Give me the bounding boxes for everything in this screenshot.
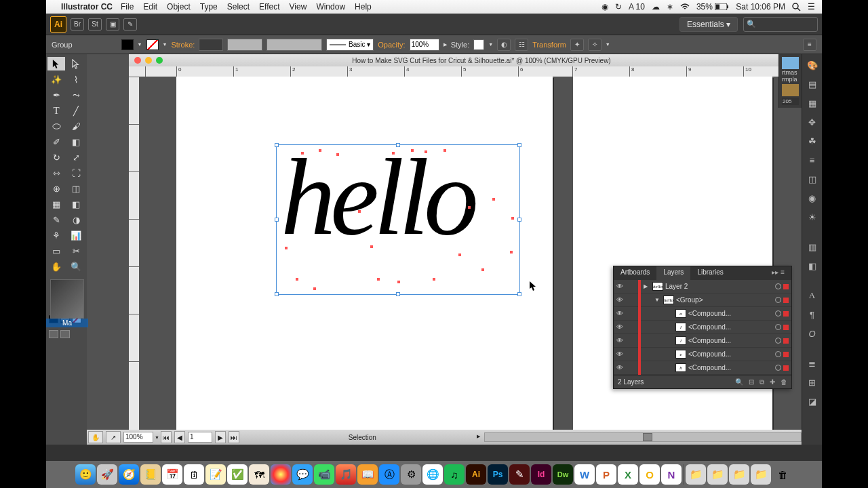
dock-outlook-icon[interactable]: O xyxy=(639,464,660,485)
menu-view[interactable]: View xyxy=(290,2,307,12)
dock-acrobat-icon[interactable]: ✎ xyxy=(509,464,530,485)
visibility-toggle-icon[interactable]: 👁 xyxy=(614,321,626,334)
last-artboard-icon[interactable]: ⏭ xyxy=(229,431,239,443)
align-pixel-icon[interactable]: ✧ xyxy=(588,39,601,51)
dock-indesign-icon[interactable]: Id xyxy=(531,464,551,485)
tab-layers[interactable]: Layers xyxy=(656,266,690,280)
tab-libraries[interactable]: Libraries xyxy=(690,266,730,280)
horizontal-scrollbar[interactable] xyxy=(484,432,802,442)
search-input[interactable]: 🔍 xyxy=(743,17,818,32)
brushes-panel-icon[interactable]: ▦ xyxy=(805,96,820,110)
artboard-tool[interactable]: ▭ xyxy=(47,244,65,258)
paintbrush-tool[interactable]: 🖌 xyxy=(67,119,85,133)
visibility-toggle-icon[interactable]: 👁 xyxy=(614,361,626,375)
layer-row[interactable]: 👁 ▶ hello Layer 2 xyxy=(614,280,791,293)
dock-excel-icon[interactable]: X xyxy=(618,464,638,485)
dock-safari-icon[interactable]: 🧭 xyxy=(119,464,139,485)
dock-finder-icon[interactable]: 🙂 xyxy=(75,464,96,485)
paragraph-panel-icon[interactable]: ¶ xyxy=(805,308,820,321)
menu-edit[interactable]: Edit xyxy=(143,2,157,12)
align-panel-icon[interactable]: ≣ xyxy=(805,357,820,370)
visibility-toggle-icon[interactable]: 👁 xyxy=(614,280,626,293)
visibility-toggle-icon[interactable]: 👁 xyxy=(614,293,626,307)
character-panel-icon[interactable]: A xyxy=(805,289,820,302)
transform-panel-icon[interactable]: ⊞ xyxy=(805,375,820,389)
proxy-icon[interactable]: ↗ xyxy=(106,431,121,443)
dock-launchpad-icon[interactable]: 🚀 xyxy=(97,464,117,485)
panel-menu-icon[interactable]: ≡ xyxy=(803,39,816,51)
selection-indicator-icon[interactable] xyxy=(783,284,789,289)
next-artboard-icon[interactable]: ▶ xyxy=(215,431,226,443)
opentype-panel-icon[interactable]: O xyxy=(805,327,820,340)
eraser-tool[interactable]: ◧ xyxy=(67,135,85,148)
color-panel-icon[interactable]: 🎨 xyxy=(805,58,820,72)
resize-handle-se[interactable] xyxy=(517,292,521,296)
vertical-ruler[interactable] xyxy=(129,77,139,445)
app-menu[interactable]: Illustrator CC xyxy=(61,2,113,12)
dock-spotify-icon[interactable]: ♫ xyxy=(444,464,465,485)
dock-contacts-icon[interactable]: 📒 xyxy=(140,464,161,485)
stroke-swatch[interactable] xyxy=(146,39,159,50)
direct-selection-tool[interactable] xyxy=(67,57,85,70)
panel-collapse-icon[interactable]: ▸▸ ≡ xyxy=(765,266,791,280)
scrollbar-thumb[interactable] xyxy=(643,433,652,441)
pencil-tool[interactable]: ✐ xyxy=(47,135,65,148)
desktop-icon[interactable]: Ma xyxy=(46,279,88,327)
create-sublayer-icon[interactable]: ⧉ xyxy=(760,378,764,386)
layer-row[interactable]: 👁 ▼ hello <Group> xyxy=(614,293,791,307)
draw-mode-icon[interactable] xyxy=(60,330,70,338)
stroke-dropdown-icon[interactable]: ▼ xyxy=(163,42,167,47)
dock-ibooks-icon[interactable]: 📖 xyxy=(357,464,378,485)
slice-tool[interactable]: ✂ xyxy=(67,244,85,258)
hand-tool[interactable]: ✋ xyxy=(47,260,65,273)
zoom-tool[interactable]: 🔍 xyxy=(67,260,85,273)
visibility-toggle-icon[interactable]: 👁 xyxy=(614,348,626,361)
style-swatch[interactable] xyxy=(473,39,484,50)
target-icon[interactable] xyxy=(775,365,781,371)
menu-select[interactable]: Select xyxy=(227,2,250,12)
target-icon[interactable] xyxy=(775,297,781,303)
resize-handle-e[interactable] xyxy=(517,218,521,222)
dock-trash-icon[interactable]: 🗑 xyxy=(772,464,793,485)
menu-help[interactable]: Help xyxy=(355,2,372,12)
dock-word-icon[interactable]: W xyxy=(574,464,595,485)
target-icon[interactable] xyxy=(775,283,781,289)
pen-tool[interactable]: ✒ xyxy=(47,88,65,102)
dock-facetime-icon[interactable]: 📹 xyxy=(314,464,334,485)
layer-row[interactable]: 👁 o <Compound... xyxy=(614,307,791,321)
screen-mode-icon[interactable] xyxy=(49,330,58,338)
window-zoom-icon[interactable] xyxy=(156,57,163,64)
symbols-panel-icon[interactable]: ✥ xyxy=(805,115,820,129)
rotate-tool[interactable]: ↻ xyxy=(47,150,65,164)
layer-row[interactable]: 👁 l <Compound... xyxy=(614,321,791,334)
dock-appstore-icon[interactable]: Ⓐ xyxy=(379,464,399,485)
opacity-label[interactable]: Opacity: xyxy=(378,41,405,49)
dock-systemprefs-icon[interactable]: ⚙ xyxy=(401,464,421,485)
curvature-tool[interactable]: ⤳ xyxy=(67,88,85,102)
workspace-switcher[interactable]: Essentials ▾ xyxy=(679,17,738,32)
symbol-sprayer-tool[interactable]: ⚘ xyxy=(47,228,65,242)
blend-tool[interactable]: ◑ xyxy=(67,213,85,226)
menu-object[interactable]: Object xyxy=(167,2,191,12)
layers-panel-icon[interactable]: ▥ xyxy=(805,240,820,253)
gradient-tool[interactable]: ◧ xyxy=(67,197,85,211)
prev-artboard-icon[interactable]: ◀ xyxy=(174,431,185,443)
arrange-icon[interactable]: ▣ xyxy=(106,18,119,30)
zoom-level-input[interactable]: 100% xyxy=(123,432,153,443)
stroke-weight-input[interactable] xyxy=(199,39,223,51)
status-battery[interactable]: 35% xyxy=(696,2,729,12)
horizontal-ruler[interactable]: 0 1 2 3 4 5 6 7 8 9 10 11 12 xyxy=(129,66,822,77)
opacity-input[interactable]: 100% xyxy=(410,39,439,51)
status-sync-icon[interactable]: ↻ xyxy=(615,2,622,12)
new-layer-icon[interactable]: ✚ xyxy=(770,378,775,386)
layer-row[interactable]: 👁 l <Compound... xyxy=(614,334,791,348)
selection-bounding-box[interactable]: hello xyxy=(276,144,520,295)
layer-row[interactable]: 👁 e <Compound... xyxy=(614,348,791,361)
target-icon[interactable] xyxy=(775,324,781,330)
column-graph-tool[interactable]: 📊 xyxy=(67,228,85,242)
disclosure-icon[interactable]: ▶ xyxy=(644,283,650,289)
stroke-panel-icon[interactable]: ☘ xyxy=(805,134,820,148)
graphic-styles-panel-icon[interactable]: ☀ xyxy=(805,210,820,224)
status-clock[interactable]: Sat 10:06 PM xyxy=(736,2,785,12)
fill-dropdown-icon[interactable]: ▼ xyxy=(138,42,142,47)
